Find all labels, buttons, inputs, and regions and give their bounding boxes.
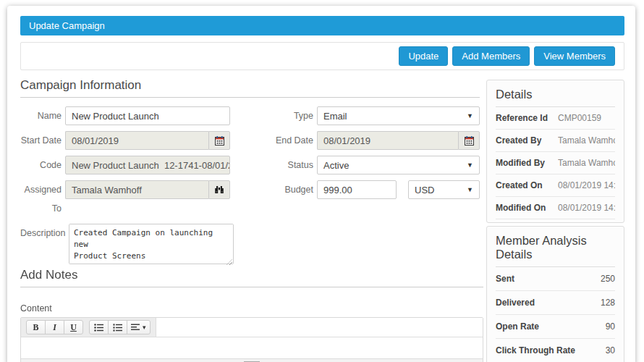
member-analysis-row: Sent 250 (496, 267, 615, 291)
update-campaign-card: Update Campaign Update Add Members View … (7, 6, 635, 362)
page-title: Update Campaign (20, 16, 624, 35)
form-row-code-status: Code New Product Launch 12-1741-08/01/20… (20, 156, 480, 174)
form-row-name-type: Name Type Email ▼ (20, 106, 480, 125)
name-label: Name (20, 106, 62, 125)
form-row-description: Description Created Campaign on launchin… (20, 224, 480, 267)
end-date-input[interactable]: 08/01/2019 (317, 131, 458, 150)
add-members-button[interactable]: Add Members (452, 46, 530, 66)
chevron-down-icon: ▼ (467, 187, 473, 193)
description-wrap: Created Campaign on launching new Produc… (69, 224, 234, 267)
rich-text-editor: B I U (20, 317, 483, 362)
text-style-group: B I U (26, 320, 83, 334)
type-select[interactable]: Email ▼ (317, 106, 480, 125)
currency-select-value: USD (415, 185, 434, 195)
status-select[interactable]: Active ▼ (317, 156, 480, 174)
chevron-down-icon: ▾ (143, 324, 146, 331)
details-row: Reference Id CMP00159 (496, 107, 615, 130)
member-analysis-heading: Member Analysis Details (496, 234, 615, 267)
add-notes-heading: Add Notes (20, 268, 483, 287)
description-textarea[interactable]: Created Campaign on launching new Produc… (69, 224, 234, 264)
editor-toolbar: B I U (21, 318, 483, 337)
end-date-group: 08/01/2019 (317, 131, 480, 150)
member-analysis-row: Delivered 128 (496, 291, 615, 315)
detail-value: Tamala Wamhoff (558, 158, 615, 168)
align-left-icon (131, 324, 140, 331)
detail-value: Tamala Wamhoff (558, 135, 615, 146)
form-row-assigned-budget: Assigned To Tamala Wamhoff Budget (20, 180, 480, 218)
details-row: Created By Tamala Wamhoff (496, 130, 615, 152)
editor-statusbar (21, 358, 483, 362)
action-toolbar: Update Add Members View Members (20, 42, 624, 70)
details-row: Created On 08/01/2019 14:51... (496, 174, 615, 197)
details-row: Modified On 08/01/2019 14:51... (496, 197, 615, 219)
metric-label: Sent (496, 274, 514, 284)
detail-label: Modified On (496, 203, 558, 213)
details-row: Modified By Tamala Wamhoff (496, 152, 615, 174)
start-date-input[interactable]: 08/01/2019 (65, 131, 208, 150)
name-input[interactable] (65, 106, 230, 125)
unordered-list-icon (94, 324, 103, 332)
chevron-down-icon: ▼ (467, 162, 473, 169)
assigned-to-lookup-button[interactable] (208, 180, 230, 199)
campaign-form: Name Type Email ▼ Start Date 08/01/2019 (20, 106, 480, 267)
ordered-list-button[interactable] (108, 320, 127, 334)
detail-value: 08/01/2019 14:51... (558, 203, 615, 213)
ordered-list-icon (113, 324, 122, 332)
detail-label: Created By (496, 135, 558, 146)
detail-label: Created On (496, 180, 558, 190)
assigned-to-input[interactable]: Tamala Wamhoff (65, 180, 208, 199)
campaign-information-section: Campaign Information Name Type Email ▼ S… (20, 78, 480, 273)
metric-label: Delivered (496, 298, 535, 308)
member-analysis-row: Click Through Rate 30 (496, 339, 615, 362)
chevron-down-icon: ▼ (467, 113, 473, 119)
end-date-label: End Date (230, 131, 313, 150)
details-panel: Details Reference Id CMP00159 Created By… (486, 80, 624, 223)
assigned-to-label: Assigned To (20, 180, 62, 218)
start-date-group: 08/01/2019 (65, 131, 230, 150)
detail-value: 08/01/2019 14:51... (558, 180, 615, 190)
metric-value: 128 (601, 298, 615, 308)
budget-group: USD ▼ (317, 180, 480, 199)
unordered-list-button[interactable] (89, 320, 109, 334)
metric-value: 30 (606, 345, 615, 355)
list-align-group: ▾ (89, 320, 151, 334)
assigned-to-group: Tamala Wamhoff (65, 180, 230, 199)
code-field: New Product Launch 12-1741-08/01/2019 (65, 156, 230, 174)
italic-button[interactable]: I (45, 320, 64, 334)
detail-label: Modified By (496, 158, 558, 168)
detail-value: CMP00159 (558, 113, 601, 123)
type-label: Type (230, 106, 313, 125)
form-row-dates: Start Date 08/01/2019 End Date (20, 131, 480, 150)
binoculars-icon (214, 185, 224, 194)
type-select-value: Email (323, 111, 347, 122)
status-label: Status (230, 156, 313, 174)
underline-button[interactable]: U (64, 320, 83, 334)
code-label: Code (20, 156, 62, 174)
update-button[interactable]: Update (399, 46, 448, 66)
start-date-label: Start Date (20, 131, 62, 150)
currency-select[interactable]: USD ▼ (408, 180, 480, 199)
metric-label: Open Rate (496, 321, 539, 332)
editor-toolbar-groups: B I U (21, 318, 156, 337)
start-date-picker-button[interactable] (208, 131, 230, 150)
details-heading: Details (496, 88, 615, 107)
budget-input[interactable] (317, 180, 397, 199)
calendar-icon (215, 136, 224, 146)
editor-content-area[interactable] (21, 337, 483, 358)
content-label: Content (20, 303, 483, 313)
campaign-information-heading: Campaign Information (20, 78, 480, 98)
member-analysis-row: Open Rate 90 (496, 315, 615, 339)
status-select-value: Active (323, 160, 349, 171)
metric-label: Click Through Rate (496, 345, 575, 355)
alignment-dropdown-button[interactable]: ▾ (127, 320, 151, 334)
add-notes-section: Add Notes Content B I U (20, 268, 483, 362)
end-date-picker-button[interactable] (458, 131, 480, 150)
metric-value: 90 (606, 321, 615, 332)
view-members-button[interactable]: View Members (534, 46, 615, 66)
calendar-icon (465, 136, 474, 146)
description-label: Description (20, 224, 62, 239)
bold-button[interactable]: B (26, 320, 46, 334)
metric-value: 250 (601, 274, 615, 284)
budget-label: Budget (230, 180, 313, 199)
member-analysis-panel: Member Analysis Details Sent 250 Deliver… (486, 226, 624, 362)
